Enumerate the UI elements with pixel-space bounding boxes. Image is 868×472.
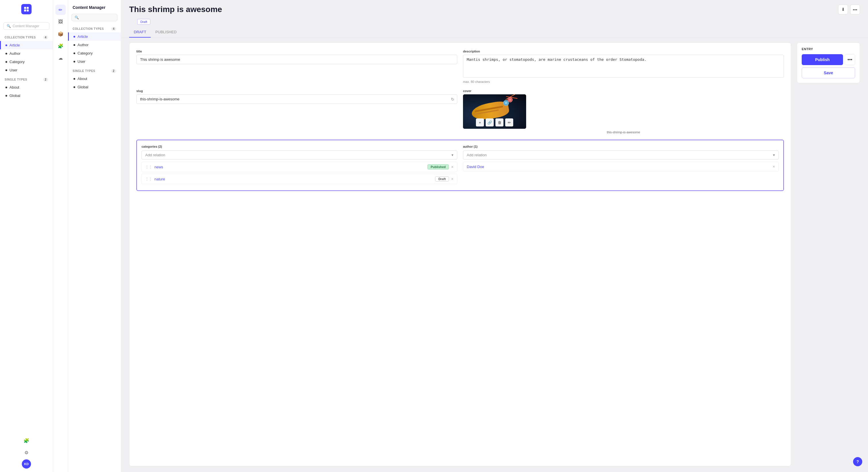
categories-add-label: Add relation [145,153,165,157]
form-panel: title description Mantis shrimps, or sto… [129,42,791,466]
author-name[interactable]: David Doe [467,165,484,169]
sidebar-item-category[interactable]: Category [0,58,53,66]
relations-section: categories (2) Add relation ▾ ⋮⋮ news [136,140,784,191]
author-add-label: Add relation [467,153,487,157]
cover-image[interactable]: + 🔗 🗑 ✏ [463,94,526,129]
save-button[interactable]: Save [802,67,855,78]
topbar-actions: ⬇ ••• [838,5,860,14]
app-logo[interactable] [21,4,32,14]
nav-content-icon[interactable]: ✏ [55,5,66,15]
collection-types-section: COLLECTION TYPES 4 [0,32,53,41]
more-icon: ••• [853,7,857,12]
author-label: author (1) [463,145,779,148]
status-badge-draft: Draft [435,176,449,181]
status-badge-published: Published [427,164,449,169]
author-item-david: David Doe × [463,162,779,171]
remove-news-button[interactable]: × [451,165,454,169]
main-wrapper: ✏ 🖼 📦 🧩 ☁ Content Manager 🔍 COLLECTION T… [53,0,868,472]
dot [5,69,7,71]
nav-author[interactable]: Author [68,41,121,49]
sidebar-item-global[interactable]: Global [0,92,53,100]
nav-about[interactable]: About [68,74,121,83]
nav-plugin-icon[interactable]: 🧩 [55,41,66,51]
field-cover: cover [463,89,784,134]
help-button[interactable]: ? [853,457,862,466]
remove-author-button[interactable]: × [773,164,775,169]
category-item-nature: ⋮⋮ nature Draft × [142,174,457,184]
author-add-relation[interactable]: Add relation ▾ [463,150,779,160]
dot [73,53,75,54]
cover-wrapper: + 🔗 🗑 ✏ this-shrimp-is-awesome [463,94,784,134]
cover-label: cover [463,89,784,93]
svg-rect-0 [24,7,26,9]
publish-button[interactable]: Publish [802,54,843,65]
nav-icon-plugin[interactable]: 🧩 [21,435,32,446]
cover-edit-button[interactable]: ✏ [505,119,513,127]
tab-draft[interactable]: DRAFT [129,27,151,38]
entry-card: ENTRY Publish ••• Save [797,42,860,83]
sidebar-item-about[interactable]: About [0,83,53,92]
category-item-left-nature: ⋮⋮ nature [145,177,433,181]
author-chevron-down-icon: ▾ [773,153,775,157]
nav-media-icon[interactable]: 🖼 [55,16,66,27]
category-item-news: ⋮⋮ news Published × [142,162,457,172]
nav-user[interactable]: User [68,57,121,66]
download-button[interactable]: ⬇ [838,5,848,14]
draft-badge-area: Draft [121,14,868,25]
cover-link-button[interactable]: 🔗 [486,119,494,127]
topbar: This shrimp is awesome ⬇ ••• [121,0,868,14]
drag-handle-news[interactable]: ⋮⋮ [145,165,152,169]
collection-types-label: COLLECTION TYPES 4 [68,24,121,32]
single-types-label: SINGLE TYPES 2 [68,66,121,74]
categories-add-relation[interactable]: Add relation ▾ [142,150,457,160]
nav-cm-icon[interactable]: 📦 [55,29,66,39]
cover-delete-button[interactable]: 🗑 [495,119,503,127]
categories-label: categories (2) [142,145,457,148]
svg-rect-3 [27,9,29,11]
sidebar-content: 🔍 Content Manager COLLECTION TYPES 4 Art… [0,17,53,432]
author-group: author (1) Add relation ▾ David Doe [463,145,779,186]
category-name-news[interactable]: news [154,165,163,169]
dot [73,36,75,38]
category-item-left: ⋮⋮ news [145,165,425,169]
dot [5,95,7,97]
sidebar-item-article[interactable]: Article [0,41,53,49]
nav-category[interactable]: Category [68,49,121,57]
search-icon: 🔍 [7,24,11,28]
field-description: description Mantis shrimps, or stomatopo… [463,49,784,83]
dot [73,61,75,63]
tabs-bar: DRAFT PUBLISHED [121,27,868,38]
sidebar-bottom: 🧩 ⚙ KD [21,432,32,472]
tab-published[interactable]: PUBLISHED [151,27,181,38]
slug-label: slug [136,89,457,93]
sidebar-search[interactable]: 🔍 [71,14,117,21]
remove-nature-button[interactable]: × [451,177,454,181]
nav-article[interactable]: Article [68,32,121,41]
avatar[interactable]: KD [22,460,31,469]
dot [73,78,75,80]
cover-add-button[interactable]: + [476,119,484,127]
nav-icon-settings[interactable]: ⚙ [21,447,32,458]
sidebar-item-author[interactable]: Author [0,49,53,58]
sidebar-item-user[interactable]: User [0,66,53,74]
slug-wrapper: ↻ [136,94,457,104]
refresh-icon[interactable]: ↻ [451,97,454,102]
slug-input[interactable] [136,94,457,104]
entry-more-button[interactable]: ••• [845,54,855,65]
cover-overlay-actions: + 🔗 🗑 ✏ [476,119,513,127]
dot [5,61,7,63]
sidebar: 🔍 Content Manager COLLECTION TYPES 4 Art… [0,0,53,472]
more-dots-icon: ••• [848,57,852,62]
search-input[interactable]: 🔍 Content Manager [3,22,50,30]
publish-row: Publish ••• [802,54,855,65]
title-input[interactable] [136,55,457,64]
form-row-title-desc: title description Mantis shrimps, or sto… [136,49,784,83]
categories-group: categories (2) Add relation ▾ ⋮⋮ news [142,145,457,186]
active-dot [5,44,7,46]
more-options-button[interactable]: ••• [850,5,860,14]
category-name-nature[interactable]: nature [154,177,165,181]
drag-handle-nature[interactable]: ⋮⋮ [145,177,152,181]
nav-global[interactable]: Global [68,83,121,91]
description-input[interactable]: Mantis shrimps, or stomatopods, are mari… [463,55,784,78]
nav-cloud-icon[interactable]: ☁ [55,53,66,63]
